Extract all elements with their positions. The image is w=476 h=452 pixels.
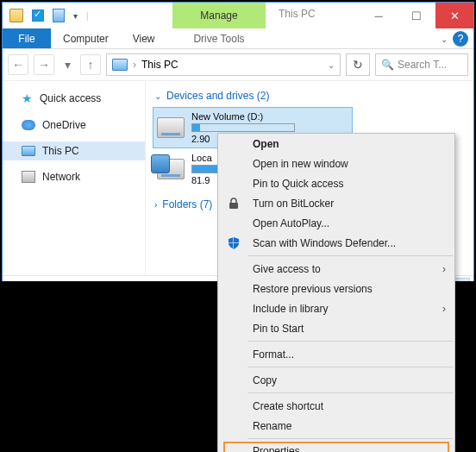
section-title: Devices and drives (2) xyxy=(166,90,269,102)
address-pc-icon xyxy=(112,59,128,71)
sidebar-item-onedrive[interactable]: OneDrive xyxy=(3,116,145,135)
sidebar-item-label: This PC xyxy=(42,145,79,157)
sidebar-item-label: Quick access xyxy=(40,92,101,104)
onedrive-icon xyxy=(22,120,35,130)
bitlocker-lock-icon xyxy=(227,197,241,210)
ctx-include-in-library[interactable]: Include in library › xyxy=(218,298,454,318)
ctx-separator xyxy=(247,255,453,256)
title-bar: ▾ | Manage This PC xyxy=(3,3,473,28)
drive-label: New Volume (D:) xyxy=(191,111,295,122)
drive-tools-tab[interactable]: Drive Tools xyxy=(172,28,266,49)
ctx-separator xyxy=(247,341,453,342)
ctx-open[interactable]: Open xyxy=(218,134,454,154)
network-icon xyxy=(22,171,35,183)
navigation-pane: ★ Quick access OneDrive This PC Network xyxy=(3,81,146,279)
svg-rect-2 xyxy=(229,242,239,243)
newfolder-qat-icon[interactable] xyxy=(53,9,65,22)
ctx-bitlocker[interactable]: Turn on BitLocker xyxy=(218,193,454,213)
submenu-arrow-icon: › xyxy=(442,263,446,275)
ctx-format[interactable]: Format... xyxy=(218,344,454,364)
computer-tab[interactable]: Computer xyxy=(51,28,121,48)
section-caret-icon: ⌄ xyxy=(154,91,161,101)
contextual-tab-manage[interactable]: Manage xyxy=(172,3,266,28)
ctx-restore-previous[interactable]: Restore previous versions xyxy=(218,279,454,298)
drive-capacity-bar xyxy=(191,123,295,132)
nav-up-button[interactable]: ↑ xyxy=(80,54,101,75)
nav-back-button[interactable]: ← xyxy=(8,54,28,75)
close-button[interactable] xyxy=(435,3,473,28)
sidebar-item-quick-access[interactable]: ★ Quick access xyxy=(3,88,145,109)
ctx-properties[interactable]: Properties xyxy=(223,442,449,452)
quick-access-icon: ★ xyxy=(22,91,33,105)
minimize-button[interactable] xyxy=(360,3,398,28)
section-caret-icon: › xyxy=(154,200,157,210)
ctx-create-shortcut[interactable]: Create shortcut xyxy=(218,396,454,416)
window-controls xyxy=(360,3,473,28)
navigation-row: ← → ▾ ↑ › This PC ⌄ ↻ 🔍 Search T... xyxy=(3,49,473,80)
drive-capacity-fill xyxy=(192,124,200,131)
view-tab[interactable]: View xyxy=(121,28,167,48)
defender-shield-icon xyxy=(227,236,241,250)
ctx-separator xyxy=(247,392,453,393)
search-input[interactable]: 🔍 Search T... xyxy=(375,53,468,76)
ctx-windows-defender[interactable]: Scan with Windows Defender... xyxy=(218,233,454,253)
address-path: This PC xyxy=(141,59,178,71)
address-bar[interactable]: › This PC ⌄ xyxy=(106,53,341,76)
maximize-button[interactable] xyxy=(398,3,435,28)
nav-recent-chevron-icon[interactable]: ▾ xyxy=(60,54,75,75)
sidebar-item-label: OneDrive xyxy=(42,119,86,131)
address-dropdown-icon[interactable]: ⌄ xyxy=(328,60,335,70)
this-pc-icon xyxy=(22,146,35,156)
ctx-autoplay[interactable]: Open AutoPlay... xyxy=(218,213,454,233)
qat-chevron-icon[interactable]: ▾ xyxy=(73,11,78,21)
ctx-separator xyxy=(247,367,453,367)
ctx-separator xyxy=(247,438,453,439)
search-icon: 🔍 xyxy=(381,59,394,71)
sidebar-item-this-pc[interactable]: This PC xyxy=(3,141,145,160)
address-separator-icon: › xyxy=(133,59,136,71)
ctx-rename[interactable]: Rename xyxy=(218,416,454,436)
ctx-pin-to-start[interactable]: Pin to Start xyxy=(218,318,454,338)
nav-forward-button[interactable]: → xyxy=(34,54,54,75)
svg-rect-0 xyxy=(229,203,238,209)
ctx-pin-quick-access[interactable]: Pin to Quick access xyxy=(218,173,454,193)
submenu-arrow-icon: › xyxy=(442,303,446,315)
folder-icon xyxy=(9,9,23,22)
window-title: This PC xyxy=(279,8,316,20)
refresh-button[interactable]: ↻ xyxy=(346,53,370,76)
properties-qat-icon[interactable] xyxy=(32,9,44,22)
file-tab[interactable]: File xyxy=(3,28,51,48)
quick-access-toolbar: ▾ | xyxy=(3,9,89,22)
sidebar-item-label: Network xyxy=(42,171,80,183)
ctx-open-new-window[interactable]: Open in new window xyxy=(218,154,454,173)
sidebar-item-network[interactable]: Network xyxy=(3,167,145,186)
help-button[interactable]: ? xyxy=(453,31,468,47)
qat-separator: | xyxy=(86,11,89,21)
devices-section-header[interactable]: ⌄ Devices and drives (2) xyxy=(154,90,467,102)
context-menu: Open Open in new window Pin to Quick acc… xyxy=(217,133,455,452)
ribbon-tabs: File Computer View Drive Tools ⌄ ? xyxy=(3,28,473,49)
drive-icon xyxy=(157,159,185,179)
ctx-copy[interactable]: Copy xyxy=(218,370,454,390)
search-placeholder: Search T... xyxy=(398,59,447,71)
ctx-give-access-to[interactable]: Give access to › xyxy=(218,259,454,279)
section-title: Folders (7) xyxy=(162,198,212,210)
drive-icon xyxy=(157,117,185,138)
ribbon-collapse-chevron-icon[interactable]: ⌄ xyxy=(441,28,448,49)
